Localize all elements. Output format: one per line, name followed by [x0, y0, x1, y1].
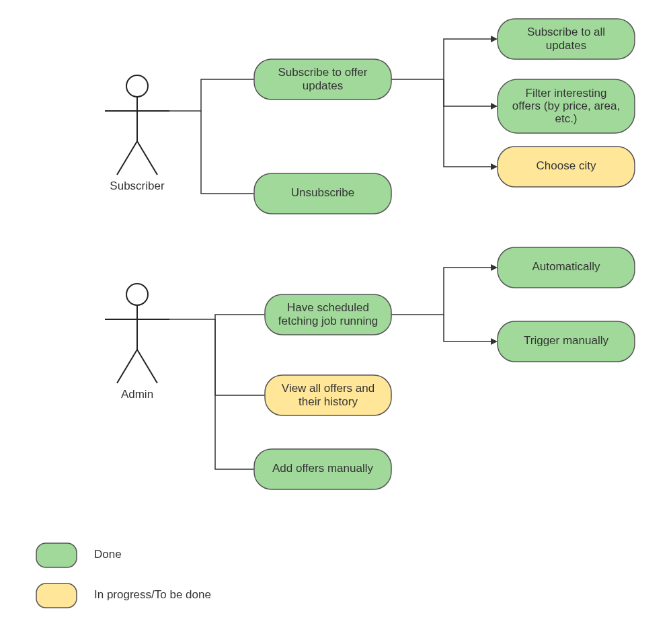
arrow-subscribe-all: [491, 36, 498, 42]
usecase-scheduled-job-label2: fetching job running: [278, 315, 378, 327]
svg-line-8: [117, 350, 137, 383]
legend-label-done: Done: [94, 548, 122, 561]
svg-line-9: [137, 350, 157, 383]
usecase-automatically-label: Automatically: [532, 260, 600, 273]
svg-point-5: [126, 284, 148, 305]
usecase-view-history-label1: View all offers and: [282, 382, 374, 395]
usecase-scheduled-job-label1: Have scheduled: [287, 301, 369, 314]
arrow-manual: [491, 338, 498, 345]
usecase-subscribe-updates-label2: updates: [303, 79, 344, 92]
svg-line-4: [137, 141, 157, 175]
arrow-choose-city: [491, 163, 498, 170]
usecase-filter-offers-label3: etc.): [555, 112, 577, 125]
usecase-filter-offers-label2: offers (by price, area,: [512, 99, 620, 112]
arrow-filter-offers: [491, 103, 498, 110]
usecase-view-history-label2: their history: [299, 395, 358, 408]
legend-swatch-done: [36, 543, 77, 567]
svg-line-3: [117, 141, 137, 175]
edge-subscribe-all: [391, 39, 491, 79]
usecase-unsubscribe-label: Unsubscribe: [291, 186, 355, 199]
usecase-add-manually-label: Add offers manually: [272, 462, 373, 475]
edge-admin-scheduled: [169, 315, 265, 319]
actor-subscriber-label: Subscriber: [110, 179, 165, 192]
usecase-choose-city-label: Choose city: [537, 159, 596, 172]
legend-swatch-todo: [36, 583, 77, 608]
svg-point-0: [126, 75, 148, 97]
actor-admin-label: Admin: [121, 388, 153, 401]
edge-manual: [444, 315, 491, 341]
usecase-subscribe-all-label1: Subscribe to all: [527, 26, 605, 38]
edge-subscriber-unsubscribe: [201, 111, 254, 194]
edge-choose-city: [444, 79, 491, 167]
legend-label-todo: In progress/To be done: [94, 588, 211, 601]
actor-admin: [105, 284, 169, 383]
edge-auto: [391, 268, 491, 315]
edge-admin-viewhistory: [215, 319, 265, 395]
usecase-filter-offers-label1: Filter interesting: [526, 87, 607, 99]
arrow-auto: [491, 264, 498, 271]
usecase-subscribe-updates-label1: Subscribe to offer: [278, 66, 368, 79]
usecase-trigger-manually-label: Trigger manually: [524, 334, 608, 347]
actor-subscriber: [105, 75, 169, 175]
edge-subscriber-subscribe: [169, 79, 254, 111]
edge-filter-offers: [444, 79, 491, 106]
usecase-subscribe-all-label2: updates: [546, 39, 587, 52]
edge-admin-addmanual: [215, 319, 254, 469]
